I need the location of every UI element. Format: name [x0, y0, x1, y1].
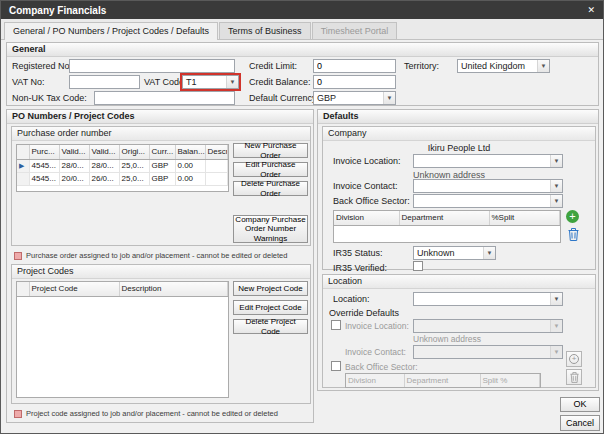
chevron-down-icon: ▼: [550, 293, 562, 305]
po-col-valid-from[interactable]: Valid...: [59, 145, 89, 159]
registered-no-input[interactable]: [69, 59, 235, 73]
edit-purchase-order-button[interactable]: Edit Purchase Order: [233, 162, 308, 177]
company-invoice-contact-select[interactable]: ▼: [413, 179, 563, 193]
credit-balance-label: Credit Balance:: [249, 77, 311, 88]
department-col: Department: [404, 374, 480, 388]
new-purchase-order-button[interactable]: New Purchase Order: [233, 143, 308, 158]
project-col-description[interactable]: Description: [119, 282, 228, 296]
location-division-grid-header-row: Division Department Split %: [346, 374, 540, 388]
company-subgroup-header: Company: [323, 127, 595, 141]
vat-code-select[interactable]: T1 ▼: [182, 75, 239, 89]
po-grid-header-row: Purc... Valid... Valid... Origi... Curr.…: [17, 145, 228, 159]
company-po-warnings-button[interactable]: Company Purchase Order Number Warnings: [233, 215, 308, 243]
department-col[interactable]: Department: [399, 211, 489, 225]
tab-general-po-project-defaults[interactable]: General / PO Numbers / Project Codes / D…: [4, 22, 218, 40]
territory-select[interactable]: United Kingdom ▼: [457, 59, 550, 73]
delete-division-button[interactable]: [568, 228, 579, 243]
ir35-verified-checkbox[interactable]: [413, 261, 423, 271]
chevron-down-icon: ▼: [483, 247, 495, 259]
location-address-text: Unknown address: [413, 334, 481, 345]
add-location-division-button: +: [566, 351, 582, 367]
location-select[interactable]: ▼: [413, 292, 563, 306]
location-subgroup-header: Location: [323, 275, 595, 289]
tab-strip: General / PO Numbers / Project Codes / D…: [1, 19, 603, 40]
defaults-company-subgroup: Company Ikiru People Ltd Invoice Locatio…: [322, 126, 596, 270]
project-codes-grid[interactable]: Project Code Description: [16, 281, 229, 398]
project-grid-header-row: Project Code Description: [17, 282, 228, 296]
po-grid-row[interactable]: 4545... 20/0... 26/0... 25,0... GBP 0.00: [17, 172, 228, 185]
credit-limit-input[interactable]: [313, 59, 396, 73]
add-division-button[interactable]: +: [566, 210, 579, 223]
company-division-split-grid[interactable]: Division Department %Split: [333, 210, 561, 243]
defaults-group: Defaults Company Ikiru People Ltd Invoic…: [317, 109, 599, 391]
location-invoice-location-select: ▼: [413, 319, 563, 333]
tab-timesheet-portal: Timesheet Portal: [312, 22, 398, 39]
division-col[interactable]: Division: [334, 211, 399, 225]
edit-project-code-button[interactable]: Edit Project Code: [233, 300, 308, 315]
registered-no-label: Registered No:: [12, 61, 72, 72]
purchase-order-number-header: Purchase order number: [12, 127, 310, 141]
project-col-code[interactable]: Project Code: [29, 282, 119, 296]
new-project-code-button[interactable]: New Project Code: [233, 281, 308, 296]
project-code-locked-note: Project code assigned to job and/or plac…: [14, 409, 310, 418]
delete-purchase-order-button[interactable]: Delete Purchase Order: [233, 181, 308, 196]
defaults-location-subgroup: Location Location: ▼ Override Defaults I…: [322, 274, 596, 388]
split-col[interactable]: %Split: [489, 211, 560, 225]
ok-button[interactable]: OK: [560, 397, 600, 412]
current-row-arrow-icon: ▶: [19, 162, 24, 169]
trash-icon: [568, 228, 579, 241]
company-financials-dialog: Company Financials ✕ General / PO Number…: [0, 0, 604, 434]
override-back-office-sector-checkbox[interactable]: [331, 361, 341, 371]
company-back-office-sector-select[interactable]: ▼: [413, 194, 563, 208]
trash-icon: [570, 372, 579, 383]
chevron-down-icon: ▼: [550, 195, 562, 207]
location-invoice-location-label: Invoice Location:: [345, 321, 409, 332]
default-currency-select[interactable]: GBP ▼: [313, 91, 396, 105]
vat-no-label: VAT No:: [12, 77, 45, 88]
purchase-orders-grid[interactable]: Purc... Valid... Valid... Origi... Curr.…: [16, 144, 229, 192]
chevron-down-icon: ▼: [550, 320, 562, 332]
project-grid-selector-header: [17, 282, 29, 296]
close-icon[interactable]: ✕: [587, 5, 595, 15]
po-col-currency[interactable]: Curr...: [149, 145, 175, 159]
credit-limit-label: Credit Limit:: [249, 61, 297, 72]
po-col-description[interactable]: Descri...: [205, 145, 228, 159]
location-invoice-contact-label: Invoice Contact:: [345, 347, 406, 358]
chevron-down-icon: ▼: [537, 60, 549, 72]
chevron-down-icon: ▼: [383, 92, 395, 104]
chevron-down-icon: ▼: [226, 76, 238, 88]
split-col: Split %: [480, 374, 540, 388]
project-codes-subgroup: Project Codes Project Code Description N…: [11, 264, 311, 404]
ir35-status-label: IR35 Status:: [333, 248, 383, 259]
cancel-button[interactable]: Cancel: [560, 415, 600, 431]
location-division-split-grid: Division Department Split %: [345, 373, 541, 388]
non-uk-tax-code-input[interactable]: [94, 91, 235, 105]
company-invoice-location-select[interactable]: ▼: [413, 154, 563, 168]
note-color-swatch: [14, 252, 22, 260]
non-uk-tax-code-label: Non-UK Tax Code:: [12, 93, 87, 104]
division-col: Division: [346, 374, 404, 388]
po-col-original[interactable]: Origi...: [119, 145, 149, 159]
override-invoice-location-checkbox[interactable]: [331, 320, 341, 330]
po-col-number[interactable]: Purc...: [29, 145, 59, 159]
division-grid-header-row: Division Department %Split: [334, 211, 560, 225]
po-col-valid-to[interactable]: Valid...: [89, 145, 119, 159]
company-name-text: Ikiru People Ltd: [323, 143, 595, 153]
chevron-down-icon: ▼: [550, 155, 562, 167]
title-bar: Company Financials ✕: [1, 1, 603, 19]
location-label: Location:: [333, 294, 370, 305]
credit-balance-input[interactable]: [313, 75, 396, 89]
delete-project-code-button[interactable]: Delete Project Code: [233, 319, 308, 334]
purchase-order-number-subgroup: Purchase order number Purc... Valid... V…: [11, 126, 311, 246]
company-invoice-location-label: Invoice Location:: [333, 156, 401, 167]
general-group-header: General: [7, 43, 598, 57]
purchase-order-locked-note: Purchase order assigned to job and/or pl…: [14, 251, 310, 260]
po-grid-row-selected[interactable]: ▶ 4545... 28/0... 28/0... 25,0... GBP 0.…: [17, 159, 228, 172]
vat-no-input[interactable]: [69, 75, 140, 89]
tab-terms-of-business[interactable]: Terms of Business: [219, 22, 311, 39]
general-group: General Registered No: VAT No: VAT Code …: [6, 42, 599, 106]
po-project-codes-group: PO Numbers / Project Codes Purchase orde…: [6, 109, 314, 423]
window-title: Company Financials: [9, 5, 106, 16]
ir35-status-select[interactable]: Unknown ▼: [413, 246, 496, 260]
po-col-balance[interactable]: Balan...: [175, 145, 205, 159]
